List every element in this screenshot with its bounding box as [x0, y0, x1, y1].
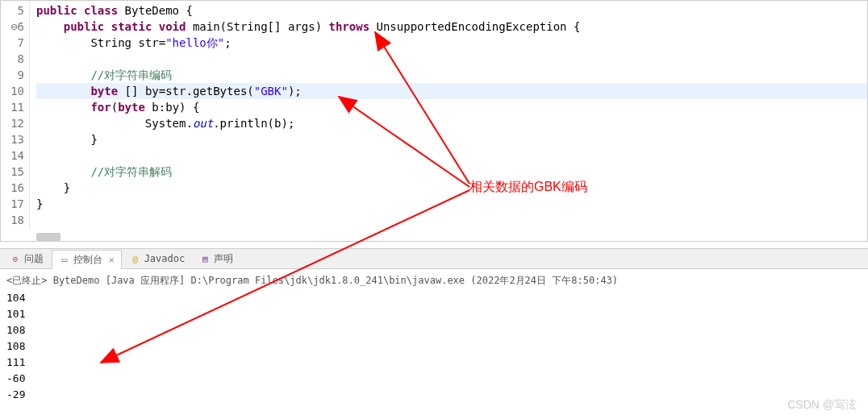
- line-number: 17: [7, 196, 24, 212]
- line-number: 15: [7, 164, 24, 180]
- console-output-line: -60: [6, 371, 862, 387]
- watermark-text: CSDN @写泫: [787, 398, 857, 413]
- bottom-tabs-bar: ⊘ 问题 ▭ 控制台 ✕ @ Javadoc ▤ 声明: [0, 248, 868, 269]
- line-number: 12: [7, 115, 24, 131]
- problems-icon: ⊘: [10, 253, 21, 264]
- line-number: 7: [7, 35, 24, 51]
- code-area[interactable]: 5⊖6789101112131415161718 public class By…: [1, 1, 867, 230]
- code-line[interactable]: System.out.println(b);: [36, 115, 867, 131]
- console-pane[interactable]: <已终止> ByteDemo [Java 应用程序] D:\Program Fi…: [0, 269, 868, 406]
- code-content[interactable]: public class ByteDemo { public static vo…: [30, 1, 867, 230]
- tab-javadoc[interactable]: @ Javadoc: [123, 251, 192, 267]
- line-number: 8: [7, 51, 24, 67]
- close-icon[interactable]: ✕: [109, 255, 115, 265]
- line-number: 5: [7, 2, 24, 19]
- line-number: ⊖6: [7, 19, 24, 35]
- javadoc-icon: @: [130, 253, 141, 264]
- line-number-gutter: 5⊖6789101112131415161718: [1, 1, 30, 230]
- code-line[interactable]: byte [] by=str.getBytes("GBK");: [36, 83, 867, 99]
- line-number: 10: [7, 83, 24, 99]
- console-run-header: <已终止> ByteDemo [Java 应用程序] D:\Program Fi…: [6, 272, 862, 288]
- console-output-line: 111: [6, 355, 862, 371]
- console-output-line: 104: [6, 290, 862, 306]
- line-number: 9: [7, 67, 24, 83]
- code-line[interactable]: }: [36, 180, 867, 196]
- code-line[interactable]: [36, 147, 867, 164]
- horizontal-scrollbar-thumb[interactable]: [36, 233, 61, 241]
- line-number: 14: [7, 147, 24, 164]
- code-line[interactable]: //对字符串解码: [36, 164, 867, 180]
- tab-label: 控制台: [73, 253, 102, 267]
- code-line[interactable]: }: [36, 196, 867, 212]
- code-line[interactable]: String str="hello你";: [36, 35, 867, 51]
- code-editor-pane: 5⊖6789101112131415161718 public class By…: [0, 0, 868, 242]
- line-number: 18: [7, 212, 24, 228]
- line-number: 11: [7, 99, 24, 115]
- code-line[interactable]: public static void main(String[] args) t…: [36, 19, 867, 35]
- console-output-line: -29: [6, 387, 862, 403]
- annotation-label: 相关数据的GBK编码: [469, 179, 587, 196]
- code-line[interactable]: }: [36, 131, 867, 147]
- tab-problems[interactable]: ⊘ 问题: [3, 250, 50, 268]
- code-line[interactable]: [36, 212, 867, 228]
- console-output-line: 101: [6, 306, 862, 322]
- line-number: 16: [7, 180, 24, 196]
- tab-declaration[interactable]: ▤ 声明: [193, 250, 240, 268]
- tab-console[interactable]: ▭ 控制台 ✕: [52, 250, 122, 269]
- tab-label: Javadoc: [144, 253, 186, 264]
- declaration-icon: ▤: [199, 253, 211, 264]
- console-icon: ▭: [59, 254, 70, 265]
- tab-label: 声明: [214, 252, 233, 266]
- tab-label: 问题: [24, 252, 44, 266]
- line-number: 13: [7, 131, 24, 147]
- console-output-line: 108: [6, 322, 862, 338]
- code-line[interactable]: [36, 51, 867, 67]
- code-line[interactable]: public class ByteDemo {: [36, 2, 867, 19]
- code-line[interactable]: //对字符串编码: [36, 67, 867, 83]
- code-line[interactable]: for(byte b:by) {: [36, 99, 867, 115]
- console-output-line: 108: [6, 338, 862, 355]
- console-output: 104101108108111-60-29: [6, 290, 862, 403]
